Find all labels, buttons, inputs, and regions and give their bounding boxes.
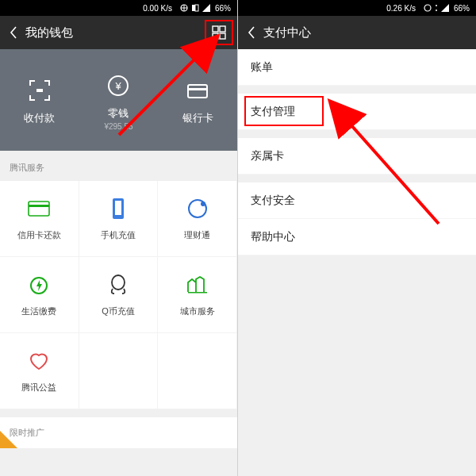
menu-grid-button[interactable] [207,21,231,44]
svg-rect-5 [213,33,218,39]
row-help[interactable]: 帮助中心 [238,219,476,255]
top-bar: 支付中心 [238,16,476,49]
svg-point-21 [424,5,431,11]
svg-rect-3 [213,26,218,32]
svg-rect-6 [220,33,225,39]
battery-text: 66% [454,4,470,13]
svg-point-23 [436,10,437,11]
balance-amount: ¥295.55 [83,122,154,131]
section-title: 腾讯服务 [0,151,237,180]
battery-text: 66% [215,4,231,13]
svg-rect-11 [188,88,207,90]
service-wealth[interactable]: 理财通 [158,181,237,257]
svg-rect-2 [195,5,198,11]
row-family-card[interactable]: 亲属卡 [238,138,476,175]
svg-rect-20 [188,292,207,294]
top-bar: 我的钱包 [0,16,237,49]
yen-icon: ¥ [83,70,154,102]
row-pay-security[interactable]: 支付安全 [238,182,476,219]
svg-rect-4 [220,26,225,32]
city-icon [186,272,209,298]
service-empty [79,333,159,409]
balance-button[interactable]: ¥ 零钱 ¥295.55 [83,70,154,131]
heart-icon [29,348,49,374]
svg-rect-10 [188,85,207,98]
wallet-header: 收付款 ¥ 零钱 ¥295.55 银行卡 [0,49,237,151]
wealth-icon [187,196,208,221]
wallet-screen: 0.00 K/s 66% 我的钱包 收付款 [0,0,238,476]
service-empty [158,333,237,409]
svg-point-17 [201,202,205,206]
card-icon [28,196,50,221]
qq-icon [109,272,128,298]
status-bar: 0.26 K/s 66% [238,0,476,16]
paycenter-screen: 0.26 K/s 66% 支付中心 账单 支付管理 亲属卡 支付安全 帮助中心 [238,0,476,476]
svg-rect-7 [36,89,43,92]
service-city[interactable]: 城市服务 [158,257,237,333]
row-bills[interactable]: 账单 [238,49,476,86]
svg-text:¥: ¥ [115,80,122,92]
service-utilities[interactable]: 生活缴费 [0,257,79,333]
services-grid: 信用卡还款 手机充值 理财通 生活缴费 Q币充值 城市服务 腾讯公益 [0,180,237,409]
net-speed: 0.26 K/s [386,4,416,13]
status-icons [424,4,449,12]
service-credit-card[interactable]: 信用卡还款 [0,181,79,257]
svg-rect-1 [192,5,195,11]
service-qcoin[interactable]: Q币充值 [79,257,159,333]
qr-icon [4,75,75,106]
promo-section[interactable]: 限时推广 [0,417,237,448]
phone-icon [111,196,125,221]
svg-point-19 [112,275,125,290]
status-icons [180,4,210,12]
svg-rect-15 [115,201,121,215]
money-code-button[interactable]: 收付款 [4,75,75,125]
back-button[interactable] [6,26,21,39]
page-title: 我的钱包 [25,25,73,40]
service-charity[interactable]: 腾讯公益 [0,333,79,409]
svg-point-22 [436,5,437,6]
svg-rect-12 [29,202,49,216]
settings-list: 账单 支付管理 亲属卡 支付安全 帮助中心 [238,49,476,255]
service-topup[interactable]: 手机充值 [79,181,159,257]
status-bar: 0.00 K/s 66% [0,0,237,16]
cards-button[interactable]: 银行卡 [162,75,233,125]
back-button[interactable] [244,26,259,39]
row-pay-manage[interactable]: 支付管理 [238,94,476,130]
bolt-icon [29,272,48,298]
svg-rect-13 [29,205,49,207]
card-icon [162,75,233,106]
page-title: 支付中心 [263,25,311,40]
promo-badge-icon [0,431,17,448]
net-speed: 0.00 K/s [143,4,172,13]
